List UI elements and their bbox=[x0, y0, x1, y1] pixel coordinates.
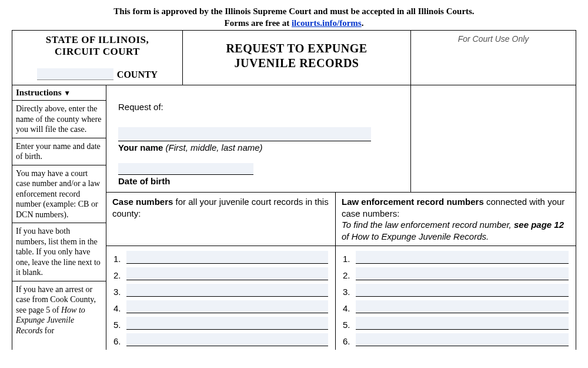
case-number-input-4[interactable] bbox=[126, 300, 328, 313]
form-container: STATE OF ILLINOIS, CIRCUIT COURT COUNTY … bbox=[12, 30, 576, 350]
dob-label: Date of birth bbox=[118, 176, 401, 186]
list-item: 4. bbox=[113, 300, 328, 313]
le-number-input-3[interactable] bbox=[356, 284, 569, 297]
list-item: 3. bbox=[343, 284, 569, 297]
county-input[interactable] bbox=[37, 68, 113, 80]
law-enforcement-list: 1. 2. 3. 4. 5. 6. bbox=[336, 246, 576, 350]
instruction-item: If you have an arrest or case from Cook … bbox=[12, 281, 106, 339]
approval-line1: This form is approved by the Illinois Su… bbox=[12, 6, 576, 18]
state-court-cell: STATE OF ILLINOIS, CIRCUIT COURT COUNTY bbox=[12, 31, 183, 85]
name-label: Your name (First, middle, last name) bbox=[118, 142, 401, 152]
le-number-input-1[interactable] bbox=[356, 251, 569, 264]
request-section: Request of: Your name (First, middle, la… bbox=[106, 85, 411, 193]
court-use-only: For Court Use Only bbox=[411, 31, 576, 85]
list-item: 5. bbox=[343, 317, 569, 330]
case-numbers-list: 1. 2. 3. 4. 5. 6. bbox=[106, 246, 336, 350]
state-line1: STATE OF ILLINOIS, bbox=[17, 34, 178, 46]
list-item: 6. bbox=[113, 333, 328, 346]
case-number-input-5[interactable] bbox=[126, 317, 328, 330]
list-item: 3. bbox=[113, 284, 328, 297]
instructions-heading[interactable]: Instructions ▼ bbox=[12, 85, 106, 101]
forms-link[interactable]: ilcourts.info/forms bbox=[292, 18, 362, 28]
approval-line2: Forms are free at ilcourts.info/forms. bbox=[12, 18, 576, 29]
le-number-input-4[interactable] bbox=[356, 300, 569, 313]
form-title: REQUEST TO EXPUNGE JUVENILE RECORDS bbox=[183, 31, 411, 85]
case-number-input-2[interactable] bbox=[126, 267, 328, 280]
instruction-item: Directly above, enter the name of the co… bbox=[12, 101, 106, 138]
le-number-input-2[interactable] bbox=[356, 267, 569, 280]
le-number-input-6[interactable] bbox=[356, 333, 569, 346]
list-item: 2. bbox=[343, 267, 569, 280]
chevron-down-icon: ▼ bbox=[64, 89, 71, 97]
instruction-item: You may have a court case number and/or … bbox=[12, 165, 106, 224]
list-item: 5. bbox=[113, 317, 328, 330]
list-item: 2. bbox=[113, 267, 328, 280]
list-item: 6. bbox=[343, 333, 569, 346]
case-numbers-header: Case numbers for all your juvenile court… bbox=[106, 193, 336, 246]
instructions-column: Instructions ▼ Directly above, enter the… bbox=[12, 85, 106, 350]
name-input[interactable] bbox=[118, 127, 371, 141]
list-item: 4. bbox=[343, 300, 569, 313]
case-number-input-3[interactable] bbox=[126, 284, 328, 297]
case-number-input-1[interactable] bbox=[126, 251, 328, 264]
county-label: COUNTY bbox=[117, 69, 158, 80]
le-number-input-5[interactable] bbox=[356, 317, 569, 330]
instruction-item: If you have both numbers, list them in t… bbox=[12, 223, 106, 281]
list-item: 1. bbox=[113, 251, 328, 264]
law-enforcement-header: Law enforcement record numbers connected… bbox=[336, 193, 576, 246]
request-of-label: Request of: bbox=[118, 102, 401, 112]
dob-input[interactable] bbox=[118, 163, 253, 175]
instruction-item: Enter your name and date of birth. bbox=[12, 138, 106, 165]
court-use-area bbox=[411, 85, 576, 193]
list-item: 1. bbox=[343, 251, 569, 264]
approval-notice: This form is approved by the Illinois Su… bbox=[12, 6, 576, 29]
case-number-input-6[interactable] bbox=[126, 333, 328, 346]
state-line2: CIRCUIT COURT bbox=[17, 46, 178, 58]
